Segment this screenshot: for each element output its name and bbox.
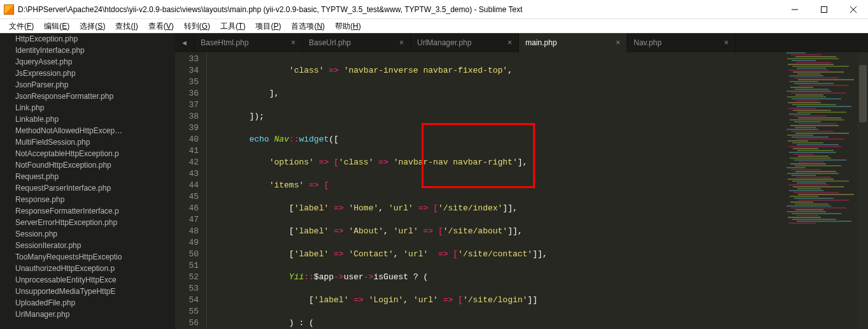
- line-number: 40: [175, 134, 199, 145]
- sidebar-file-item[interactable]: JsonParser.php: [0, 79, 175, 91]
- sidebar-file-item[interactable]: UnauthorizedHttpException.p: [0, 263, 175, 274]
- line-number: 42: [175, 157, 199, 168]
- sidebar-file-item[interactable]: HttpException.php: [0, 33, 175, 45]
- sidebar-file-item[interactable]: MethodNotAllowedHttpExcep…: [0, 125, 175, 136]
- sidebar-file-item[interactable]: JsExpression.php: [0, 68, 175, 79]
- tab-urlmanager[interactable]: UrlManager.php ×: [411, 33, 519, 52]
- line-number: 56: [175, 318, 199, 329]
- tab-basehtml[interactable]: BaseHtml.php ×: [194, 33, 302, 52]
- line-number: 50: [175, 249, 199, 260]
- line-number: 46: [175, 203, 199, 214]
- window-title: D:\PHPServer\Apache24\htdocs\yii-v2.0.9-…: [18, 5, 780, 14]
- line-number: 33: [175, 54, 199, 65]
- minimap[interactable]: [786, 52, 857, 329]
- menu-select[interactable]: 选择(S): [75, 19, 110, 33]
- line-number: 54: [175, 295, 199, 306]
- line-number: 52: [175, 272, 199, 283]
- line-number: 44: [175, 180, 199, 191]
- sidebar-file-item[interactable]: Linkable.php: [0, 113, 175, 125]
- tab-label: main.php: [525, 38, 557, 47]
- code-content[interactable]: 'class' => 'navbar-inverse navbar-fixed-…: [207, 52, 868, 329]
- window-controls: [780, 0, 868, 18]
- line-number: 45: [175, 191, 199, 203]
- titlebar: D:\PHPServer\Apache24\htdocs\yii-v2.0.9-…: [0, 0, 868, 19]
- menu-edit[interactable]: 编辑(E): [39, 19, 75, 33]
- sidebar-file-item[interactable]: MultiFieldSession.php: [0, 136, 175, 148]
- menu-prefs[interactable]: 首选项(N): [286, 19, 330, 33]
- sidebar-file-item[interactable]: NotAcceptableHttpException.p: [0, 148, 175, 159]
- workspace: HttpException.phpIdentityInterface.phpJq…: [0, 33, 868, 329]
- tab-nav[interactable]: Nav.php ×: [627, 33, 736, 52]
- menu-project[interactable]: 项目(P): [250, 19, 286, 33]
- tab-label: BaseUrl.php: [309, 38, 351, 47]
- sidebar-file-item[interactable]: NotFoundHttpException.php: [0, 159, 175, 171]
- line-number: 53: [175, 283, 199, 295]
- sidebar-file-item[interactable]: Response.php: [0, 194, 175, 205]
- sidebar-file-item[interactable]: TooManyRequestsHttpExceptio: [0, 251, 175, 263]
- sidebar-file-item[interactable]: RequestParserInterface.php: [0, 182, 175, 194]
- close-icon: [850, 6, 857, 13]
- sidebar-file-item[interactable]: UrlManager.php: [0, 309, 175, 320]
- line-number: 37: [175, 99, 199, 111]
- tab-close-icon[interactable]: ×: [291, 38, 295, 47]
- line-number: 49: [175, 237, 199, 249]
- editor-column: ◄ BaseHtml.php × BaseUrl.php × UrlManage…: [175, 33, 868, 329]
- line-number: 38: [175, 111, 199, 122]
- tab-close-icon[interactable]: ×: [399, 38, 404, 47]
- tabs-row: ◄ BaseHtml.php × BaseUrl.php × UrlManage…: [175, 33, 868, 52]
- tabs-overflow-left[interactable]: ◄: [175, 33, 194, 52]
- line-number: 48: [175, 226, 199, 237]
- line-number: 39: [175, 122, 199, 134]
- code-area[interactable]: 3334353637383940414243444546474849505152…: [175, 52, 868, 329]
- sidebar-file-item[interactable]: UploadedFile.php: [0, 297, 175, 309]
- menu-tools[interactable]: 工具(T): [215, 19, 250, 33]
- sidebar-file-item[interactable]: Request.php: [0, 171, 175, 182]
- line-number: 35: [175, 77, 199, 88]
- tab-label: Nav.php: [634, 38, 662, 47]
- maximize-button[interactable]: [809, 0, 839, 18]
- chevron-left-icon: ◄: [181, 39, 188, 47]
- highlight-annotation: [422, 123, 535, 188]
- menu-find[interactable]: 查找(I): [110, 19, 143, 33]
- tab-label: BaseHtml.php: [201, 38, 248, 47]
- app-icon: [4, 4, 14, 15]
- scrollbar-thumb[interactable]: [859, 65, 867, 122]
- tab-close-icon[interactable]: ×: [616, 38, 620, 47]
- line-gutter: 3334353637383940414243444546474849505152…: [175, 52, 207, 329]
- sidebar-file-item[interactable]: UnprocessableEntityHttpExce: [0, 274, 175, 286]
- minimize-button[interactable]: [780, 0, 809, 18]
- sidebar-file-item[interactable]: JsonResponseFormatter.php: [0, 91, 175, 102]
- vertical-scrollbar[interactable]: [858, 52, 868, 329]
- menu-file[interactable]: 文件(F): [4, 19, 39, 33]
- sidebar-file-item[interactable]: ServerErrorHttpException.php: [0, 217, 175, 228]
- menubar: 文件(F) 编辑(E) 选择(S) 查找(I) 查看(V) 转到(G) 工具(T…: [0, 19, 868, 33]
- menu-view[interactable]: 查看(V): [143, 19, 179, 33]
- tab-label: UrlManager.php: [417, 38, 471, 47]
- tab-baseurl[interactable]: BaseUrl.php ×: [302, 33, 411, 52]
- line-number: 55: [175, 306, 199, 318]
- maximize-icon: [821, 6, 827, 13]
- sidebar-file-item[interactable]: Session.php: [0, 228, 175, 240]
- tab-main-active[interactable]: main.php ×: [519, 33, 627, 52]
- line-number: 43: [175, 168, 199, 180]
- svg-rect-1: [822, 6, 827, 12]
- minimize-icon: [792, 6, 798, 13]
- menu-goto[interactable]: 转到(G): [179, 19, 215, 33]
- line-number: 41: [175, 145, 199, 157]
- sidebar-file-item[interactable]: IdentityInterface.php: [0, 45, 175, 56]
- sidebar-file-item[interactable]: Link.php: [0, 102, 175, 113]
- line-number: 51: [175, 260, 199, 272]
- line-number: 34: [175, 65, 199, 77]
- sidebar-file-item[interactable]: JqueryAsset.php: [0, 56, 175, 68]
- line-number: 47: [175, 214, 199, 226]
- line-number: 36: [175, 88, 199, 99]
- menu-help[interactable]: 帮助(H): [330, 19, 366, 33]
- sidebar-open-files[interactable]: HttpException.phpIdentityInterface.phpJq…: [0, 33, 175, 329]
- sidebar-file-item[interactable]: ResponseFormatterInterface.p: [0, 205, 175, 217]
- tab-close-icon[interactable]: ×: [724, 38, 729, 47]
- close-button[interactable]: [839, 0, 868, 18]
- sidebar-file-item[interactable]: SessionIterator.php: [0, 240, 175, 251]
- sidebar-file-item[interactable]: UnsupportedMediaTypeHttpE: [0, 286, 175, 297]
- tab-close-icon[interactable]: ×: [508, 38, 512, 47]
